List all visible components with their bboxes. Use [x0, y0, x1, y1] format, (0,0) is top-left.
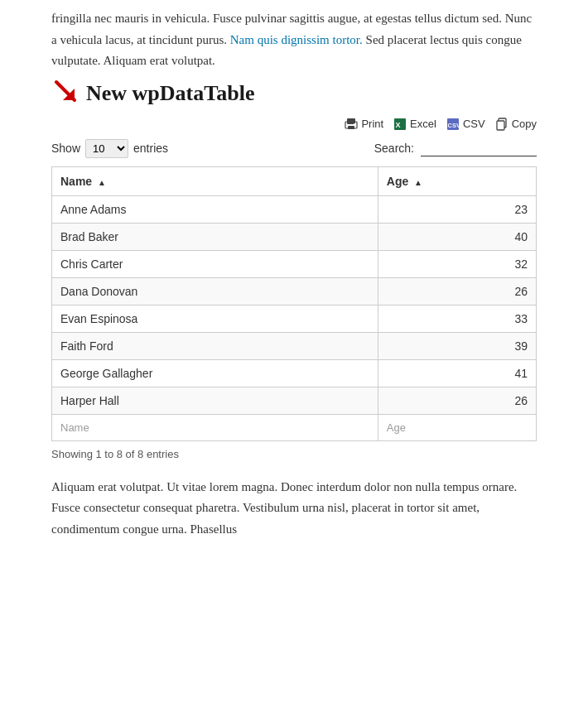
age-cell: 40: [378, 223, 536, 250]
name-cell: Harper Hall: [52, 387, 378, 414]
csv-label: CSV: [463, 118, 485, 130]
name-cell: Chris Carter: [52, 250, 378, 277]
table-row: Faith Ford39: [52, 332, 537, 359]
name-cell: Evan Espinosa: [52, 305, 378, 332]
name-sort-icon: ▲: [98, 178, 106, 187]
name-cell: Brad Baker: [52, 223, 378, 250]
print-label: Print: [361, 118, 383, 130]
copy-label: Copy: [512, 118, 537, 130]
copy-icon: [495, 118, 508, 131]
table-row: Harper Hall26: [52, 387, 537, 414]
print-icon: [345, 118, 358, 131]
intro-paragraph: fringilla nec mauris in vehicula. Fusce …: [51, 0, 537, 72]
age-cell: 39: [378, 332, 536, 359]
table-foot: Name Age: [52, 414, 537, 440]
red-arrow-icon: [51, 77, 81, 111]
age-cell: 26: [378, 387, 536, 414]
col-age-label: Age: [387, 175, 408, 188]
name-cell: Dana Donovan: [52, 277, 378, 305]
csv-icon: CSV: [446, 118, 460, 131]
age-cell: 26: [378, 277, 536, 305]
showing-text: Showing 1 to 8 of 8 entries: [51, 448, 537, 460]
excel-button[interactable]: X Excel: [393, 118, 436, 131]
data-table: Name ▲ Age ▲ Anne Adams23Brad Baker40Chr…: [51, 166, 537, 441]
svg-text:CSV: CSV: [447, 122, 460, 129]
age-sort-icon: ▲: [414, 178, 422, 187]
search-input[interactable]: [421, 140, 537, 156]
table-controls: Show 10 25 50 100 entries Search:: [51, 139, 537, 158]
table-row: Chris Carter32: [52, 250, 537, 277]
section-heading: New wpDataTable: [86, 80, 254, 106]
entries-label: entries: [133, 142, 168, 155]
table-row: Anne Adams23: [52, 195, 537, 223]
excel-label: Excel: [410, 118, 436, 130]
footer-age-cell: Age: [378, 414, 536, 440]
svg-point-5: [354, 123, 355, 125]
age-cell: 32: [378, 250, 536, 277]
table-container: Print X Excel CSV CSV: [51, 118, 537, 460]
name-cell: Anne Adams: [52, 195, 378, 223]
excel-icon: X: [393, 118, 407, 131]
search-label: Search:: [374, 142, 414, 155]
print-button[interactable]: Print: [345, 118, 383, 131]
table-header-row: Name ▲ Age ▲: [52, 166, 537, 195]
show-entries-control: Show 10 25 50 100 entries: [51, 139, 168, 158]
svg-rect-11: [497, 121, 504, 130]
name-cell: Faith Ford: [52, 332, 378, 359]
arrow-heading-row: New wpDataTable: [51, 80, 537, 118]
col-name-label: Name: [60, 175, 92, 188]
table-toolbar: Print X Excel CSV CSV: [51, 118, 537, 131]
copy-button[interactable]: Copy: [495, 118, 537, 131]
age-cell: 23: [378, 195, 536, 223]
table-row: Evan Espinosa33: [52, 305, 537, 332]
table-row: George Gallagher41: [52, 359, 537, 387]
table-body: Anne Adams23Brad Baker40Chris Carter32Da…: [52, 195, 537, 414]
table-row: Dana Donovan26: [52, 277, 537, 305]
name-cell: George Gallagher: [52, 359, 378, 387]
age-cell: 41: [378, 359, 536, 387]
csv-button[interactable]: CSV CSV: [446, 118, 485, 131]
table-row: Brad Baker40: [52, 223, 537, 250]
intro-link: Nam quis dignissim tortor.: [230, 33, 363, 46]
table-footer-row: Name Age: [52, 414, 537, 440]
col-header-age[interactable]: Age ▲: [378, 166, 536, 195]
svg-rect-4: [348, 126, 354, 129]
col-header-name[interactable]: Name ▲: [52, 166, 378, 195]
show-label: Show: [51, 142, 80, 155]
footer-name-cell: Name: [52, 414, 378, 440]
entries-select[interactable]: 10 25 50 100: [85, 139, 128, 158]
svg-text:X: X: [396, 121, 401, 129]
bottom-paragraph: Aliquam erat volutpat. Ut vitae lorem ma…: [51, 477, 537, 541]
search-box: Search:: [374, 140, 537, 156]
age-cell: 33: [378, 305, 536, 332]
